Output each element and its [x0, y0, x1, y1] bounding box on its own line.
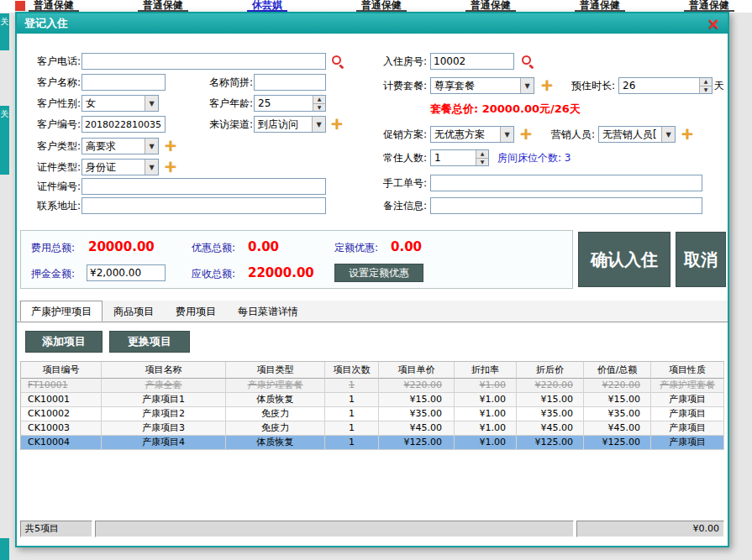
add-marketer-icon[interactable]: + — [680, 126, 695, 143]
add-package-icon[interactable]: + — [539, 77, 555, 94]
phone-input[interactable] — [82, 53, 326, 70]
spinner-buttons[interactable]: ▲▼ — [313, 96, 325, 111]
background-tab[interactable]: 休芸娸 — [247, 0, 287, 12]
column-header[interactable]: 项目性质 — [651, 362, 724, 379]
sidebar-item[interactable] — [0, 538, 9, 560]
dialog-title: 登记入住 — [24, 16, 68, 31]
sidebar-item[interactable]: 关 — [0, 106, 9, 175]
column-header[interactable]: 项目类型 — [226, 362, 325, 379]
id-no-input[interactable] — [82, 178, 326, 195]
column-header[interactable]: 价值/总额 — [584, 362, 651, 379]
dialog-titlebar[interactable]: 登记入住 × — [17, 13, 728, 34]
age-stepper[interactable]: 25 ▲▼ — [254, 95, 326, 112]
status-spacer — [95, 521, 574, 537]
table-cell: 免疫力 — [226, 407, 325, 421]
chevron-down-icon[interactable]: ▼ — [145, 139, 158, 154]
background-tab-bar: 普通保健普通保健休芸娸普通保健普通保健普通保健普通保健 — [0, 0, 752, 13]
pinyin-input[interactable] — [254, 74, 326, 91]
tab-item-1[interactable]: 商品项目 — [103, 301, 165, 322]
deposit-input[interactable] — [87, 264, 166, 281]
search-icon[interactable] — [331, 55, 344, 69]
column-header[interactable]: 项目名称 — [102, 362, 226, 379]
spinner-buttons[interactable]: ▲▼ — [476, 150, 488, 165]
tab-item-2[interactable]: 费用项目 — [165, 301, 227, 322]
tab-item-3[interactable]: 每日菜谱详情 — [227, 301, 309, 322]
room-no-input[interactable] — [430, 53, 514, 70]
search-icon[interactable] — [521, 55, 534, 69]
table-row[interactable]: CK10002产康项目2免疫力1¥35.00¥1.00¥35.00¥35.00产… — [21, 407, 724, 421]
table-row[interactable]: CK10001产康项目1体质恢复1¥15.00¥1.00¥15.00¥15.00… — [21, 393, 724, 407]
sidebar-item[interactable]: 关 — [0, 13, 9, 50]
set-fixed-discount-button[interactable]: 设置定额优惠 — [334, 264, 423, 282]
channel-select[interactable]: 到店访问 ▼ — [254, 116, 326, 133]
add-channel-icon[interactable]: + — [329, 116, 344, 133]
remark-input[interactable] — [430, 197, 702, 214]
background-tab[interactable]: 普通保健 — [684, 0, 734, 12]
deposit-label: 押金金额: — [31, 264, 75, 283]
table-cell: 体质恢复 — [226, 436, 325, 450]
table-cell: ¥45.00 — [584, 421, 651, 436]
chevron-down-icon[interactable]: ▼ — [661, 127, 675, 142]
manual-no-input[interactable] — [430, 175, 702, 191]
add-customer-type-icon[interactable]: + — [163, 138, 178, 154]
background-tab[interactable]: 普通保健 — [138, 0, 188, 12]
id-type-select[interactable]: 身份证 ▼ — [82, 159, 159, 175]
gender-select[interactable]: 女 ▼ — [82, 95, 159, 112]
table-cell: 产康项目 — [651, 421, 724, 436]
column-header[interactable]: 项目次数 — [325, 362, 379, 379]
manual-no-label: 手工单号: — [363, 175, 427, 191]
chevron-down-icon[interactable]: ▼ — [145, 160, 158, 175]
table-row[interactable]: CK10003产康项目3免疫力1¥45.00¥1.00¥45.00¥45.00产… — [21, 421, 724, 436]
spinner-buttons[interactable]: ▲▼ — [699, 78, 712, 93]
chevron-down-icon[interactable]: ▼ — [312, 117, 325, 132]
remark-label: 备注信息: — [363, 197, 427, 214]
table-cell: ¥125.00 — [517, 436, 584, 450]
channel-label: 来访渠道: — [199, 116, 253, 133]
table-row[interactable]: CK10004产康项目4体质恢复1¥125.00¥1.00¥125.00¥125… — [21, 436, 724, 450]
table-cell: 产康护理套餐 — [226, 379, 325, 393]
status-total: ¥0.00 — [576, 521, 724, 537]
residents-stepper[interactable]: 1 ▲▼ — [430, 149, 489, 166]
table-cell: 产康项目 — [651, 407, 724, 421]
customer-no-input[interactable] — [82, 116, 166, 133]
package-select[interactable]: 尊享套餐 ▼ — [430, 77, 534, 94]
discount-total-label: 优惠总额: — [192, 238, 235, 257]
add-id-type-icon[interactable]: + — [163, 159, 178, 175]
column-header[interactable]: 项目编号 — [21, 362, 102, 379]
table-cell: ¥35.00 — [517, 407, 584, 421]
beds-note: 房间床位个数: 3 — [497, 149, 571, 166]
close-icon[interactable]: × — [707, 16, 720, 32]
add-item-button[interactable]: 添加项目 — [25, 331, 103, 353]
table-cell: ¥15.00 — [517, 393, 584, 407]
table-row[interactable]: FT10001产康全套产康护理套餐1¥220.00¥1.00¥220.00¥22… — [21, 379, 724, 393]
column-header[interactable]: 折后价 — [517, 362, 584, 379]
background-tab[interactable]: 普通保健 — [356, 0, 407, 12]
confirm-checkin-button[interactable]: 确认入住 — [578, 232, 670, 287]
stay-days-stepper[interactable]: 26 ▲▼ — [618, 77, 713, 94]
chevron-down-icon[interactable]: ▼ — [520, 78, 534, 93]
marketer-select[interactable]: 无营销人员[ ▼ — [598, 126, 676, 143]
replace-item-button[interactable]: 更换项目 — [109, 331, 190, 353]
cancel-button[interactable]: 取消 — [676, 232, 726, 287]
background-tab[interactable]: 普通保健 — [575, 0, 625, 12]
background-tab[interactable]: 普通保健 — [465, 0, 516, 12]
chevron-down-icon[interactable]: ▼ — [145, 96, 158, 111]
chevron-down-icon[interactable]: ▼ — [500, 127, 513, 142]
spin-down-icon: ▼ — [476, 158, 488, 166]
add-promotion-icon[interactable]: + — [518, 126, 534, 143]
customer-type-select[interactable]: 高要求 ▼ — [82, 138, 159, 154]
marketer-value: 无营销人员[ — [599, 127, 661, 142]
table-cell: 产康护理套餐 — [651, 379, 724, 393]
tab-item-0[interactable]: 产康护理项目 — [20, 301, 103, 322]
column-header[interactable]: 折扣率 — [455, 362, 517, 379]
promotion-select[interactable]: 无优惠方案 ▼ — [430, 126, 514, 143]
spin-down-icon: ▼ — [313, 103, 325, 112]
customer-type-label: 客户类型: — [27, 138, 81, 154]
address-input[interactable] — [82, 197, 326, 214]
promotion-value: 无优惠方案 — [431, 127, 500, 142]
background-tab[interactable]: 普通保健 — [29, 0, 79, 12]
table-cell: 产康项目3 — [102, 421, 226, 436]
column-header[interactable]: 项目单价 — [379, 362, 455, 379]
table-cell: 产康项目 — [651, 393, 724, 407]
name-input[interactable] — [82, 74, 166, 91]
